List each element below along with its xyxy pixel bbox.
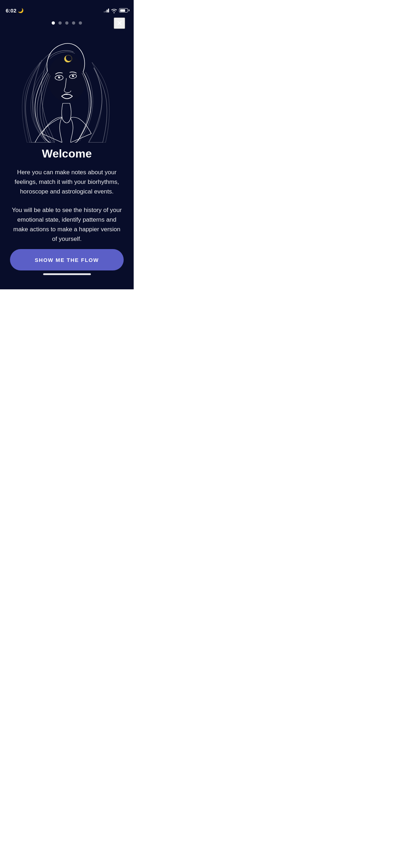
signal-icon [104,8,109,12]
close-button[interactable]: ✕ [114,17,125,29]
status-time: 6:02 🌙 [6,7,24,14]
signal-bar-1 [104,11,105,12]
description-paragraph-1: Here you can make notes about your feeli… [10,167,124,197]
home-indicator [43,273,91,275]
moon-status-icon: 🌙 [18,8,24,13]
bottom-area: SHOW ME THE FLOW [0,249,134,289]
woman-illustration [21,32,113,143]
illustration-container [17,30,117,144]
battery-icon [119,8,128,12]
dot-1 [52,21,55,25]
dot-4 [72,21,75,25]
signal-bar-3 [107,10,108,12]
welcome-title: Welcome [42,147,92,160]
nav-row: ✕ [0,16,134,30]
screen: 6:02 🌙 [0,0,134,289]
svg-point-2 [59,77,60,77]
show-flow-button[interactable]: SHOW ME THE FLOW [10,249,124,270]
description-paragraph-2: You will be able to see the history of y… [10,205,124,244]
battery-fill [120,9,125,12]
dot-3 [65,21,68,25]
main-content: Welcome Here you can make notes about yo… [0,144,134,249]
dot-5 [79,21,82,25]
signal-bar-2 [105,11,106,12]
wifi-icon [111,8,117,12]
time-display: 6:02 [6,7,16,14]
dot-2 [58,21,62,25]
status-bar: 6:02 🌙 [0,0,134,16]
signal-bar-4 [108,9,109,12]
status-indicators [104,8,128,12]
svg-point-4 [73,75,74,76]
progress-dots [52,21,82,25]
svg-point-3 [72,75,74,77]
svg-point-1 [58,76,60,78]
